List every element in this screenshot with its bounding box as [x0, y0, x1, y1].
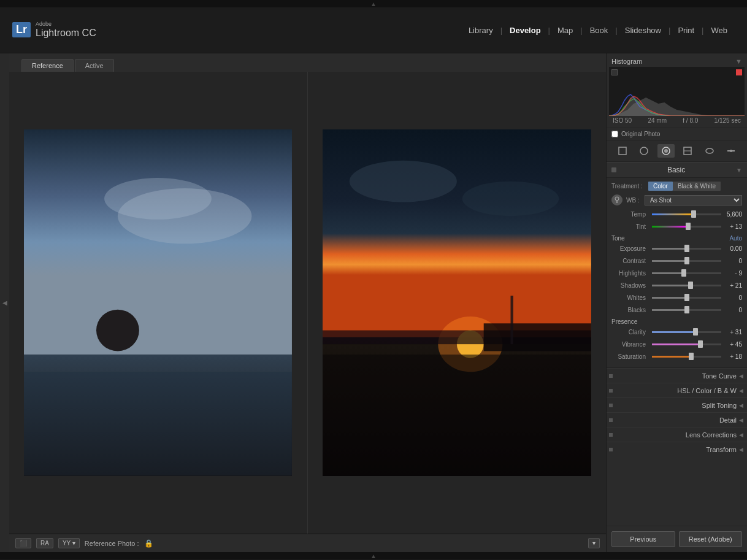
svg-point-26 — [730, 150, 732, 152]
whites-thumb[interactable] — [684, 294, 689, 301]
highlights-slider-row: Highlights - 9 — [611, 268, 742, 278]
blacks-thumb[interactable] — [684, 306, 689, 313]
bottom-frame-btn[interactable]: ⬛ — [15, 538, 31, 548]
bottom-more-btn[interactable]: ▾ — [588, 538, 600, 548]
split-toning-title: Split Toning — [616, 402, 737, 409]
tint-track[interactable] — [652, 226, 721, 228]
presence-subsection: Presence — [611, 318, 742, 325]
whites-value: 0 — [724, 294, 742, 301]
lock-icon[interactable]: 🔒 — [144, 539, 153, 548]
logo-lrcc-label: Lightroom CC — [36, 28, 96, 39]
svg-point-5 — [104, 178, 212, 220]
contrast-thumb[interactable] — [684, 257, 689, 264]
tool-crop[interactable] — [614, 144, 631, 158]
saturation-track[interactable] — [652, 356, 721, 358]
tool-adjustment[interactable] — [722, 144, 740, 158]
logo-text-area: Adobe Lightroom CC — [36, 21, 96, 38]
hsl-arrow-icon: ◀ — [739, 388, 743, 394]
workspace-tabs: Reference Active — [9, 53, 606, 72]
histogram-canvas — [609, 67, 745, 116]
wb-row: WB : As Shot Auto Daylight — [611, 194, 742, 205]
hsl-row[interactable]: HSL / Color / B & W ◀ — [607, 383, 747, 397]
lens-corrections-row[interactable]: Lens Corrections ◀ — [607, 427, 747, 442]
exposure-thumb[interactable] — [684, 245, 689, 252]
wb-select[interactable]: As Shot Auto Daylight — [645, 195, 742, 205]
temp-thumb[interactable] — [691, 210, 696, 218]
highlights-fill — [652, 272, 684, 274]
photos-area — [9, 72, 606, 534]
tone-auto-btn[interactable]: Auto — [729, 235, 742, 242]
detail-dot — [609, 418, 613, 422]
shadows-track[interactable] — [652, 285, 721, 286]
workspace: Reference Active — [9, 53, 606, 552]
saturation-label: Saturation — [611, 353, 649, 360]
previous-button[interactable]: Previous — [611, 531, 675, 547]
tint-label: Tint — [611, 223, 649, 230]
svg-point-27 — [615, 197, 619, 201]
vibrance-track[interactable] — [652, 343, 721, 345]
logo-adobe-label: Adobe — [36, 21, 96, 28]
nav-slideshow[interactable]: Slideshow — [618, 23, 668, 37]
focal-info: 24 mm — [648, 117, 667, 124]
clarity-thumb[interactable] — [693, 328, 698, 336]
bottom-yy-btn[interactable]: YY ▾ — [58, 538, 80, 548]
tint-thumb[interactable] — [686, 223, 691, 230]
transform-row[interactable]: Transform ◀ — [607, 442, 747, 456]
tool-redeye[interactable] — [657, 144, 675, 158]
highlights-track[interactable] — [652, 272, 721, 274]
nav-develop[interactable]: Develop — [502, 23, 548, 37]
tool-spot[interactable] — [635, 144, 653, 158]
temp-track[interactable] — [652, 213, 721, 215]
svg-rect-6 — [24, 372, 292, 475]
split-toning-row[interactable]: Split Toning ◀ — [607, 397, 747, 412]
nav-print[interactable]: Print — [670, 23, 702, 37]
right-panel: Histogram ▼ — [606, 53, 747, 552]
tool-graduated[interactable] — [679, 144, 696, 158]
histogram-warning-right[interactable] — [736, 69, 742, 75]
clarity-track[interactable] — [652, 331, 721, 333]
nav-book[interactable]: Book — [583, 23, 616, 37]
reference-photo[interactable] — [24, 129, 292, 476]
presence-label: Presence — [611, 318, 637, 325]
bottom-ra-btn[interactable]: RA — [36, 538, 53, 548]
whites-track[interactable] — [652, 297, 721, 299]
blacks-track[interactable] — [652, 309, 721, 311]
eyedropper-icon[interactable] — [611, 194, 622, 205]
vibrance-label: Vibrance — [611, 341, 649, 348]
bottom-strip: ▲ — [0, 552, 747, 559]
vibrance-thumb[interactable] — [698, 340, 703, 348]
vibrance-fill — [652, 343, 700, 345]
basic-section-title: Basic — [667, 166, 685, 174]
treatment-bw-btn[interactable]: Black & White — [673, 182, 721, 191]
exposure-track[interactable] — [652, 248, 721, 250]
saturation-thumb[interactable] — [689, 353, 694, 360]
transform-title: Transform — [616, 446, 737, 453]
aperture-info: f / 8.0 — [683, 117, 698, 124]
tone-curve-dot — [609, 374, 613, 378]
shadows-thumb[interactable] — [688, 282, 693, 289]
tint-slider-row: Tint + 13 — [611, 221, 742, 231]
svg-point-3 — [96, 310, 139, 351]
nav-map[interactable]: Map — [550, 23, 580, 37]
original-photo-checkbox[interactable] — [611, 131, 618, 137]
tone-curve-row[interactable]: Tone Curve ◀ — [607, 368, 747, 383]
active-photo[interactable] — [323, 129, 591, 476]
treatment-row: Treatment : Color Black & White — [611, 182, 742, 191]
left-panel-toggle[interactable]: ◀ — [0, 53, 9, 552]
highlights-thumb[interactable] — [681, 269, 686, 277]
nav-library[interactable]: Library — [461, 23, 500, 37]
nav-web[interactable]: Web — [704, 23, 735, 37]
tab-reference[interactable]: Reference — [21, 59, 74, 72]
highlights-label: Highlights — [611, 270, 649, 277]
tab-active[interactable]: Active — [75, 59, 114, 72]
shadows-fill — [652, 285, 691, 286]
detail-row[interactable]: Detail ◀ — [607, 412, 747, 427]
contrast-label: Contrast — [611, 258, 649, 264]
basic-section-header[interactable]: Basic ▼ — [607, 162, 747, 178]
basic-collapse-icon: ▼ — [736, 167, 742, 174]
reset-button[interactable]: Reset (Adobe) — [679, 531, 743, 547]
contrast-track[interactable] — [652, 260, 721, 262]
tool-radial[interactable] — [701, 144, 718, 158]
treatment-color-btn[interactable]: Color — [648, 182, 673, 191]
histogram-warning-left[interactable] — [611, 69, 618, 75]
